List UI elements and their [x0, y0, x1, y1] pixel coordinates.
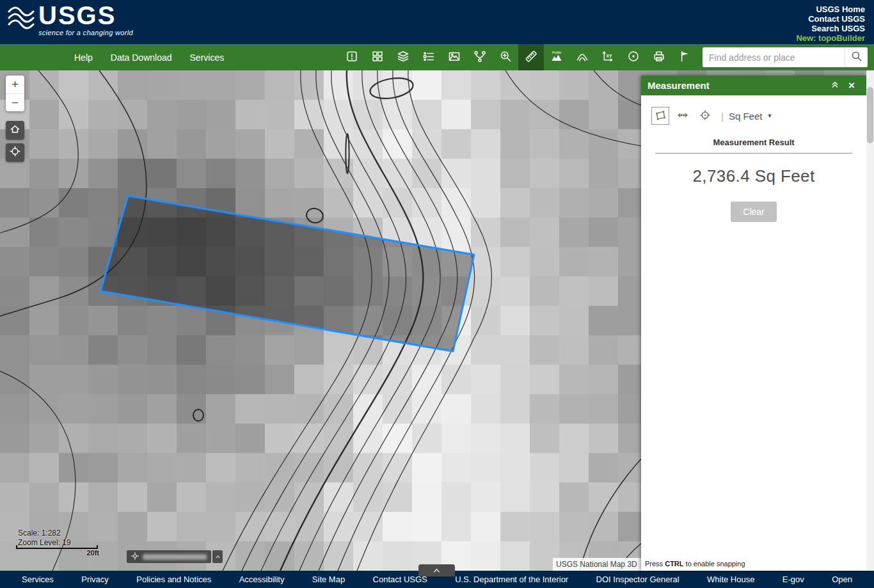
- print-button[interactable]: [646, 44, 672, 70]
- result-divider: [655, 153, 852, 154]
- flag-export-icon: [678, 50, 691, 65]
- contours-button[interactable]: [569, 44, 595, 70]
- logo-text: USGS: [38, 3, 133, 28]
- home-icon: [10, 123, 20, 137]
- footer-link-privacy[interactable]: Privacy: [81, 575, 109, 584]
- coordinate-widget: [127, 550, 223, 563]
- usgs-logo[interactable]: USGS science for a changing world: [8, 3, 133, 36]
- unit-dropdown[interactable]: Sq Feet ▼: [729, 111, 772, 122]
- site-header: USGS science for a changing world USGS H…: [0, 0, 874, 44]
- footer-link-open[interactable]: Open: [832, 575, 852, 584]
- menu-services[interactable]: Services: [190, 52, 225, 63]
- address-search: [703, 47, 868, 67]
- coordinate-value: [143, 554, 207, 560]
- header-links: USGS HomeContact USGSSearch USGSNew: top…: [796, 4, 865, 43]
- clear-button[interactable]: Clear: [731, 202, 776, 222]
- xy-coordinates-button[interactable]: XY: [595, 44, 621, 70]
- measurement-panel-header: Measurement ×: [641, 75, 866, 95]
- footer-link-site-map[interactable]: Site Map: [312, 575, 345, 584]
- buffer-circle-button[interactable]: [621, 44, 646, 70]
- map-attribution: USGS National Map 3D: [553, 558, 641, 571]
- zoom-in-button[interactable]: +: [6, 75, 24, 93]
- usgs-waves-icon: [8, 5, 35, 33]
- menu-help[interactable]: Help: [74, 52, 93, 63]
- overview-grid-icon: [371, 50, 384, 65]
- print-icon: [653, 50, 665, 65]
- viewer-toolbar: HelpData DownloadServices ProfileXY: [0, 44, 874, 70]
- alert-icon: [346, 50, 358, 65]
- panel-title: Measurement: [648, 80, 827, 91]
- footer-link-policies-and-notices[interactable]: Policies and Notices: [136, 575, 211, 584]
- result-heading: Measurement Result: [641, 138, 866, 147]
- distance-measure-icon: [677, 109, 688, 123]
- footer-link-white-house[interactable]: White House: [707, 575, 754, 584]
- scrollbar-thumb[interactable]: [867, 87, 873, 143]
- measurement-result-value: 2,736.4 Sq Feet: [641, 166, 866, 186]
- measurement-panel: Measurement × | Sq Feet ▼ Measurement Re…: [641, 75, 866, 571]
- header-link-contact-usgs[interactable]: Contact USGS: [796, 14, 865, 24]
- search-icon: [851, 51, 862, 64]
- unit-separator: |: [721, 111, 724, 122]
- footer-link-e-gov[interactable]: E-gov: [783, 575, 804, 584]
- zoom-control: + −: [6, 75, 24, 111]
- xy-coordinates-icon: XY: [601, 50, 614, 65]
- header-link-topobuilder[interactable]: New: topoBuilder: [796, 33, 865, 43]
- spot-elevation-icon: [499, 50, 512, 65]
- area-measure-icon: [655, 109, 666, 123]
- search-button[interactable]: [845, 47, 868, 67]
- location-measure-button[interactable]: [696, 107, 714, 125]
- flag-export-button[interactable]: [672, 44, 697, 70]
- header-link-usgs-home[interactable]: USGS Home: [796, 4, 865, 14]
- page-scrollbar[interactable]: [866, 70, 874, 571]
- coordinate-display: [127, 550, 211, 563]
- footer-link-accessibility[interactable]: Accessibility: [239, 575, 285, 584]
- zoom-out-button[interactable]: −: [6, 93, 24, 111]
- measurement-panel-body: | Sq Feet ▼ Measurement Result 2,736.4 S…: [641, 95, 866, 571]
- toolbar-tools: ProfileXY: [339, 44, 697, 70]
- logo-tagline: science for a changing world: [38, 29, 133, 36]
- contours-icon: [576, 50, 589, 65]
- scale-bar: 20ft: [16, 545, 98, 549]
- footer-link-doi-inspector-general[interactable]: DOI Inspector General: [596, 575, 679, 584]
- svg-text:XY: XY: [607, 54, 613, 58]
- svg-text:Profile: Profile: [552, 51, 561, 54]
- search-input[interactable]: [703, 47, 845, 67]
- home-button[interactable]: [6, 121, 24, 139]
- directions-icon: [473, 50, 486, 65]
- basemap-gallery-icon: [448, 50, 461, 65]
- double-chevron-up-icon: [830, 79, 839, 92]
- measurement-tools: | Sq Feet ▼: [641, 95, 866, 125]
- coordinate-toggle-button[interactable]: [212, 550, 223, 563]
- alert-button[interactable]: [339, 44, 365, 70]
- attribution-pulltab-button[interactable]: [418, 564, 455, 576]
- snapping-hint: Press CTRL to enable snapping: [645, 560, 745, 568]
- layers-icon: [397, 50, 409, 65]
- close-panel-button[interactable]: ×: [843, 77, 860, 94]
- location-measure-icon: [699, 109, 711, 123]
- legend-button[interactable]: [416, 44, 441, 70]
- toolbar-menu: HelpData DownloadServices: [74, 44, 224, 70]
- menu-data-download[interactable]: Data Download: [111, 52, 172, 63]
- layers-button[interactable]: [390, 44, 416, 70]
- area-measure-button[interactable]: [651, 107, 669, 125]
- measure-icon: [525, 50, 537, 65]
- crosshair-icon: [131, 551, 139, 562]
- buffer-circle-icon: [627, 50, 640, 65]
- header-link-search-usgs[interactable]: Search USGS: [796, 24, 865, 33]
- footer-link-u-s-department-of-the-interior[interactable]: U.S. Department of the Interior: [455, 575, 568, 584]
- elevation-profile-button[interactable]: Profile: [544, 44, 569, 70]
- distance-measure-button[interactable]: [674, 107, 692, 125]
- spot-elevation-button[interactable]: [493, 44, 518, 70]
- measure-button[interactable]: [518, 44, 544, 70]
- chevron-down-icon: ▼: [767, 113, 772, 119]
- footer-link-services[interactable]: Services: [22, 575, 54, 584]
- basemap-gallery-button[interactable]: [441, 44, 467, 70]
- overview-grid-button[interactable]: [365, 44, 390, 70]
- collapse-panel-button[interactable]: [827, 77, 843, 94]
- legend-icon: [422, 50, 435, 65]
- scale-bar-label: 20ft: [86, 549, 99, 557]
- locate-button[interactable]: [6, 143, 24, 162]
- unit-label: Sq Feet: [729, 111, 763, 122]
- scale-text: Scale: 1:282: [18, 528, 71, 538]
- directions-button[interactable]: [467, 44, 493, 70]
